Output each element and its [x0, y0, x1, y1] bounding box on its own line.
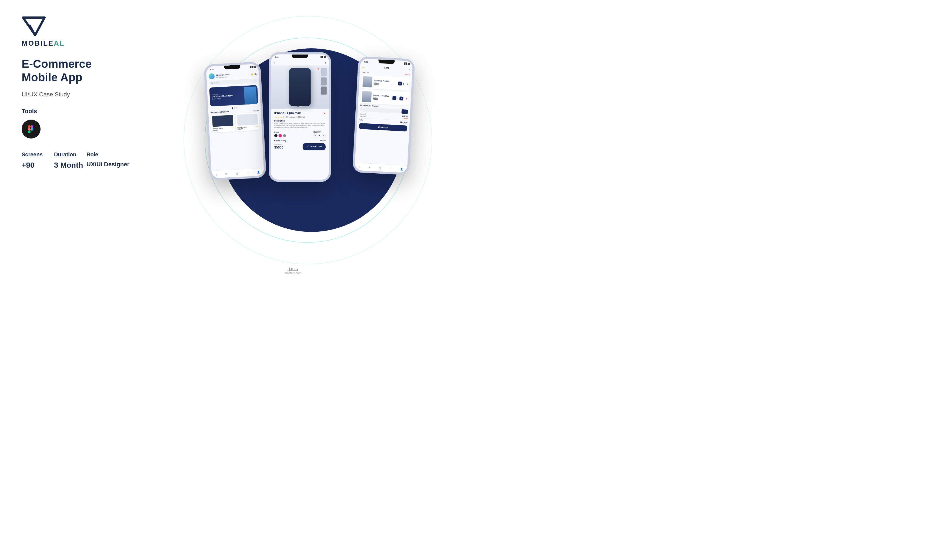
color-gray[interactable] — [283, 134, 286, 137]
qty-section: Quantity − 1 + — [313, 131, 326, 137]
welcome-section: Welcome Back! Khaled Shehada 🔔 🛍 — [208, 71, 257, 79]
profile-nav-icon-right: 👤 — [400, 168, 403, 170]
svg-rect-3 — [31, 128, 33, 131]
app-title: E-CommerceMobile App — [22, 57, 103, 85]
item-1-heart[interactable]: ♥ — [406, 82, 408, 85]
product-thumbnails — [321, 68, 327, 94]
item-2-qty: 2 — [397, 97, 398, 99]
coupon-input[interactable] — [360, 107, 400, 114]
cart-icon-btn: 🛒 — [306, 145, 309, 148]
discount-value: -$200 — [403, 118, 408, 120]
cart-item-1-img — [363, 76, 372, 88]
phone-product: 9:41 ▊▊ ⬛ ‹ ↑ — [269, 52, 331, 182]
product-wishlist[interactable]: ♥ — [324, 112, 326, 115]
fav-nav-icon-right: ♡ — [390, 167, 392, 169]
category-nav-icon: ⊞ — [225, 172, 228, 175]
header-icons: 🔔 🛍 — [250, 72, 257, 75]
logo-area: MOBILE AL — [22, 16, 103, 48]
phone-notch-right — [378, 59, 395, 64]
stats-row: Screens +90 Duration 3 Month Role UX/Ui … — [22, 151, 103, 169]
item-2-plus[interactable]: + — [400, 96, 403, 100]
search-icon: 🔍 — [211, 82, 213, 84]
bottom-nav-left: ⌂ ⊞ 🛒 ♡ 👤 — [212, 168, 264, 178]
bell-icon: 🔔 — [250, 73, 253, 75]
color-section: Color — [274, 131, 286, 137]
item-2-qty-controls: − 2 + — [392, 96, 403, 100]
qty-controls: − 1 + — [313, 134, 326, 137]
cart-item-1: iPhone 11 Pro Max Color $5000 − 1 ♥ — [361, 74, 410, 91]
left-panel: MOBILE AL E-CommerceMobile App UI/UX Cas… — [0, 0, 119, 280]
screens-label: Screens — [22, 151, 54, 158]
image-dots — [298, 106, 303, 107]
discount-label: Discount — [360, 115, 366, 117]
watermark-logo: مستقل — [284, 267, 301, 271]
phones-container: 9:41 ▊▊ ⬛ Welcome Back! Khaled Shehada 🔔 — [207, 31, 412, 241]
home-content: Welcome Back! Khaled Shehada 🔔 🛍 🔍 Searc… — [206, 70, 262, 136]
cart-item-2: iPhone 11 Pro Max Color $5000 − 2 + ♥ — [360, 89, 409, 105]
product-main-image — [289, 68, 311, 106]
brand-name: MOBILE AL — [22, 39, 65, 48]
figma-icon — [22, 120, 40, 138]
category-nav-icon-right: ⊞ — [368, 166, 371, 168]
thumb-1 — [321, 68, 327, 76]
checkout-btn[interactable]: Checkout — [359, 123, 407, 131]
dot-2 — [236, 107, 237, 108]
banner-text-block: Shop with us Get 75% off on Items Ends i… — [212, 92, 233, 100]
stars: ★★★★★ — [274, 116, 283, 118]
profile-nav-icon: 👤 — [257, 171, 260, 174]
wishlist-button[interactable]: ♥ — [318, 68, 319, 71]
thumb-3 — [321, 86, 327, 94]
select-all[interactable]: Select All — [362, 71, 369, 73]
color-label: Color — [274, 131, 286, 133]
product-info: IPhone 11 pro max ♥ ★★★★★ 5 (437 reviews… — [271, 109, 329, 154]
phone-cart: 9:41 ▊▊ ⬛ 🔔 Cart 🛍 Select All Delete — [352, 56, 415, 175]
bell-icon-cart: 🔔 — [362, 66, 364, 68]
search-bar[interactable]: 🔍 Search — [209, 78, 257, 85]
item-2-minus[interactable]: − — [392, 96, 397, 100]
welcome-text-block: Welcome Back! Khaled Shehada — [216, 73, 230, 78]
figma-logo-svg — [26, 124, 36, 134]
phone-cart-screen: 9:41 ▊▊ ⬛ 🔔 Cart 🛍 Select All Delete — [355, 58, 413, 173]
price-block: Total Price $5000 — [274, 144, 283, 149]
logo-al: AL — [54, 39, 65, 48]
app-subtitle: UI/UX Case Study — [22, 91, 103, 98]
duration-label: Duration — [54, 151, 86, 158]
duration-value: 3 Month — [54, 161, 86, 169]
back-button[interactable]: ‹ — [274, 61, 275, 64]
item-1-minus[interactable]: − — [398, 82, 402, 86]
color-qty-row: Color Quantity − 1 — [274, 131, 326, 137]
total-label: Total — [360, 119, 363, 122]
coupon-apply-btn[interactable] — [401, 109, 408, 114]
qty-number: 1 — [319, 134, 320, 137]
svg-rect-2 — [28, 128, 31, 131]
delete-action[interactable]: Delete — [405, 74, 410, 75]
item-2-heart[interactable]: ♥ — [406, 97, 408, 100]
screens-value: +90 — [22, 161, 54, 169]
right-panel: 9:41 ▊▊ ⬛ Welcome Back! Khaled Shehada 🔔 — [119, 0, 467, 280]
product-title: IPhone 11 pro max — [274, 111, 301, 114]
reviews-count: 5 (437 reviews) — [284, 116, 295, 118]
phone-home: 9:41 ▊▊ ⬛ Welcome Back! Khaled Shehada 🔔 — [204, 62, 267, 180]
review-view-all: View All — [320, 140, 326, 142]
desc-label: Description — [274, 120, 326, 122]
share-button[interactable]: ↑ — [325, 61, 326, 64]
promo-banner: Shop with us Get 75% off on Items Ends i… — [209, 85, 258, 106]
dot-1 — [234, 107, 235, 109]
avatar — [208, 73, 215, 79]
home-nav-icon: ⌂ — [216, 173, 217, 175]
add-to-cart-btn[interactable]: 🛒 Add to cart — [303, 143, 326, 150]
qty-plus[interactable]: + — [322, 134, 326, 137]
watermark: مستقل mostaqi.com — [284, 267, 301, 275]
product-price: $5000 — [274, 146, 283, 149]
bag-icon-cart: 🛍 — [409, 69, 410, 71]
checkout-label: Checkout — [378, 126, 388, 129]
totals-section: Subtotal $15,000 Discount -$200 Total $1… — [360, 113, 408, 124]
color-pink[interactable] — [279, 134, 282, 137]
signal-icons-left: ▊▊ ⬛ — [250, 66, 256, 68]
product-grid: Product name 5.0 $00,000 Product name 1.… — [210, 112, 259, 132]
cart-item-2-info: iPhone 11 Pro Max Color $5000 — [373, 94, 391, 100]
title-row: IPhone 11 pro max ♥ — [274, 111, 326, 115]
color-black[interactable] — [274, 134, 278, 137]
qty-minus[interactable]: − — [313, 134, 317, 137]
color-dots — [274, 134, 286, 137]
